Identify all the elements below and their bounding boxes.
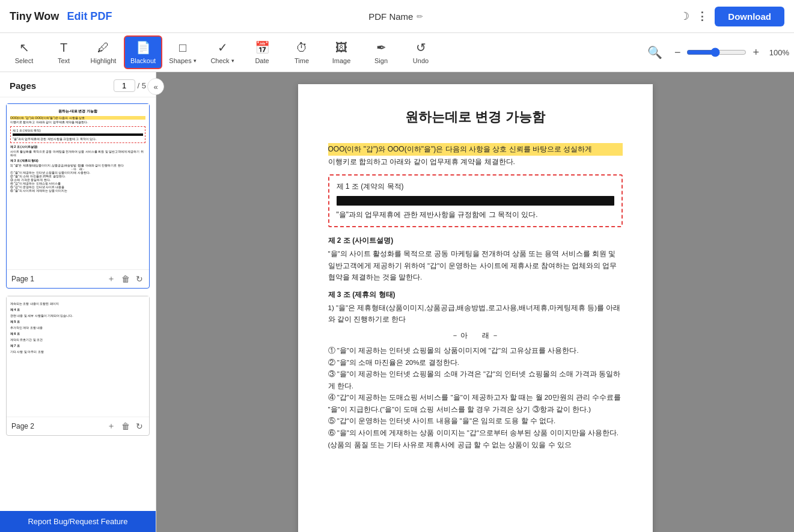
blackout-icon: 📄 <box>136 40 151 55</box>
page-1-add-button[interactable]: ＋ <box>106 272 117 286</box>
pdf-subtitle: 이행키로 합의하고 아래와 같이 업무제휴 계약을 체결한다. <box>328 157 623 167</box>
more-icon[interactable]: ⋮ <box>697 10 707 23</box>
list-item: ④ "갑"이 제공하는 도매쇼핑 서비스를 "을"이 제공하고자 할 때는 월 … <box>328 392 623 415</box>
report-bug-button[interactable]: Report Bug/Request Feature <box>0 511 156 532</box>
blackout-section-sub: "을"과의 업무제휴에 관한 제반사항을 규정함에 그 목적이 있다. <box>337 210 614 220</box>
blackout-section-box: 제 1 조 (계약의 목적) "을"과의 업무제휴에 관한 제반사항을 규정함에… <box>328 174 623 227</box>
list-item: ⑥ "을"의 사이트에 게재하는 상품 이미지는 "갑"으로부터 송부된 상품 … <box>328 427 623 439</box>
zoom-minus-button[interactable]: − <box>671 45 685 60</box>
shapes-dropdown-arrow: ▾ <box>194 58 197 64</box>
blackout-section-title: 제 1 조 (계약의 목적) <box>337 182 614 192</box>
check-dropdown-arrow: ▾ <box>231 58 234 64</box>
edit-pencil-icon[interactable]: ✏ <box>417 12 423 21</box>
pdf-page: 원하는데로 변경 가능함 OOO(이하 "갑")와 OOO(이하"을")은 다음… <box>298 84 653 532</box>
sidebar: « Pages / 5 원하는-대로 변경 가능함 OOO(이하 "갑")와 O… <box>0 72 156 532</box>
download-button[interactable]: Download <box>715 7 784 26</box>
text-label: Text <box>58 57 70 64</box>
pdf-viewer[interactable]: 원하는데로 변경 가능함 OOO(이하 "갑")와 OOO(이하"을")은 다음… <box>156 72 794 532</box>
logo-edit-pdf: Edit PDF <box>67 10 112 23</box>
list-item: ⑤ "갑"이 운영하는 인터넷 사이트 내용을 "을"은 임의로 도용 할 수 … <box>328 415 623 427</box>
page-1-delete-button[interactable]: 🗑 <box>120 272 131 286</box>
image-icon: 🖼 <box>335 41 347 55</box>
page-number-input[interactable] <box>114 79 135 92</box>
logo-wow: Wow <box>34 10 60 23</box>
sidebar-header: Pages / 5 <box>0 72 156 97</box>
page-2-footer: Page 2 ＋ 🗑 ↻ <box>7 417 149 435</box>
tool-select[interactable]: ↖Select <box>5 35 43 69</box>
moon-icon[interactable]: ☽ <box>680 10 689 23</box>
check-label: Check <box>210 57 229 64</box>
zoom-controls: − + 100% <box>671 45 789 60</box>
blackout-redacted-bar <box>337 196 614 206</box>
tool-text[interactable]: TText <box>44 35 83 69</box>
list-item: ① "을"이 제공하는 인터넷 쇼핑몰의 상품이미지에 "갑"의 고유상표를 사… <box>328 345 623 357</box>
tool-shapes[interactable]: □Shapes▾ <box>163 35 202 69</box>
tool-time[interactable]: ⏱Time <box>282 35 321 69</box>
search-icon[interactable]: 🔍 <box>644 41 666 63</box>
page-input-container: / 5 <box>114 79 146 92</box>
logo: TinyWow Edit PDF <box>10 10 112 23</box>
date-label: Date <box>255 57 269 64</box>
page-thumbnail-item-2[interactable]: 계속되는 조항 내용이 포함된 페이지 제 4 조 관련 내용 및 세부 사항들… <box>6 296 150 436</box>
section-3-item1: 1) "을"은 제휴형태(상품이미지,상품공급,배송방법,로고사용,배너제휴,마… <box>328 302 623 451</box>
header-right: ☽ ⋮ Download <box>680 7 784 26</box>
page-1-label: Page 1 <box>11 275 34 283</box>
toolbar-right: 🔍 − + 100% <box>644 41 789 63</box>
highlight-icon: 🖊 <box>97 41 109 55</box>
logo-tiny: Tiny <box>10 10 32 23</box>
tool-blackout[interactable]: 📄Blackout <box>124 35 162 69</box>
dash-line: － 아 래 － <box>328 329 623 341</box>
section-2-title: 제 2 조 (사이트설명) <box>328 236 623 246</box>
shapes-icon: □ <box>179 41 186 55</box>
select-icon: ↖ <box>19 40 29 55</box>
select-label: Select <box>15 57 34 64</box>
pdf-highlight-text: OOO(이하 "갑")와 OOO(이하"을")은 다음의 사항을 상호 신뢰를 … <box>328 143 623 156</box>
undo-label: Undo <box>413 57 429 64</box>
tool-image[interactable]: 🖼Image <box>322 35 361 69</box>
shapes-label: Shapes <box>169 57 191 64</box>
page-2-label: Page 2 <box>11 422 34 430</box>
section-3-title: 제 3 조 (제휴의 형태) <box>328 290 623 300</box>
page-thumbnail-item-1[interactable]: 원하는-대로 변경 가능함 OOO(이하 "갑")와 OOO(이하"을")은 다… <box>6 103 150 289</box>
toolbar: ↖SelectTText🖊Highlight📄Blackout□Shapes▾✓… <box>0 33 794 72</box>
date-icon: 📅 <box>255 40 270 55</box>
pages-list: 원하는-대로 변경 가능함 OOO(이하 "갑")와 OOO(이하"을")은 다… <box>0 97 156 511</box>
section-3-list: ① "을"이 제공하는 인터넷 쇼핑몰의 상품이미지에 "갑"의 고유상표를 사… <box>328 345 623 451</box>
tool-date[interactable]: 📅Date <box>243 35 281 69</box>
undo-icon: ↺ <box>416 40 426 55</box>
list-item: ③ "을"이 제공하는 인터넷 쇼핑몰의 소매 가격은 "갑"의 인터넷 쇼핑몰… <box>328 368 623 392</box>
page-2-add-button[interactable]: ＋ <box>106 420 117 433</box>
page-1-rotate-button[interactable]: ↻ <box>135 272 144 286</box>
time-icon: ⏱ <box>296 41 308 55</box>
page-1-thumbnail: 원하는-대로 변경 가능함 OOO(이하 "갑")와 OOO(이하"을")은 다… <box>7 104 149 269</box>
page-2-thumbnail: 계속되는 조항 내용이 포함된 페이지 제 4 조 관련 내용 및 세부 사항들… <box>7 296 149 417</box>
page-1-actions: ＋ 🗑 ↻ <box>106 272 144 286</box>
page-total: / 5 <box>138 81 146 90</box>
tool-undo[interactable]: ↺Undo <box>402 35 440 69</box>
text-icon: T <box>60 41 67 55</box>
pages-label: Pages <box>10 81 36 91</box>
page-2-actions: ＋ 🗑 ↻ <box>106 420 144 433</box>
page-2-delete-button[interactable]: 🗑 <box>120 420 131 433</box>
pdf-section-2: 제 2 조 (사이트설명) "을"의 사이트 활성화를 목적으로 공동 마케팅을… <box>328 236 623 284</box>
list-item: (상품의 품질 또는 기타 사유로 제휴사에 공급 할 수 없는 상품이 있을 … <box>328 439 623 451</box>
main-layout: « Pages / 5 원하는-대로 변경 가능함 OOO(이하 "갑")와 O… <box>0 72 794 532</box>
check-icon: ✓ <box>218 40 228 55</box>
pdf-title: 원하는데로 변경 가능함 <box>328 108 623 126</box>
time-label: Time <box>295 57 309 64</box>
tool-sign[interactable]: ✒Sign <box>362 35 400 69</box>
header: TinyWow Edit PDF PDF Name ✏ ☽ ⋮ Download <box>0 0 794 33</box>
sidebar-toggle-button[interactable]: « <box>147 78 164 95</box>
page-2-rotate-button[interactable]: ↻ <box>135 420 144 433</box>
tool-check[interactable]: ✓Check▾ <box>203 35 242 69</box>
sign-label: Sign <box>374 57 388 64</box>
zoom-slider[interactable] <box>686 47 747 57</box>
section-2-body: "을"의 사이트 활성화를 목적으로 공동 마케팅을 전개하며 상품 또는 용역… <box>328 248 623 284</box>
zoom-plus-button[interactable]: + <box>749 45 763 60</box>
tool-highlight[interactable]: 🖊Highlight <box>84 35 123 69</box>
list-item: ② "을"의 소매 마진율은 20%로 결정한다. <box>328 357 623 369</box>
header-title: PDF Name ✏ <box>368 11 423 22</box>
image-label: Image <box>332 57 351 64</box>
pdf-name-label: PDF Name <box>368 11 413 22</box>
highlight-label: Highlight <box>91 57 117 64</box>
